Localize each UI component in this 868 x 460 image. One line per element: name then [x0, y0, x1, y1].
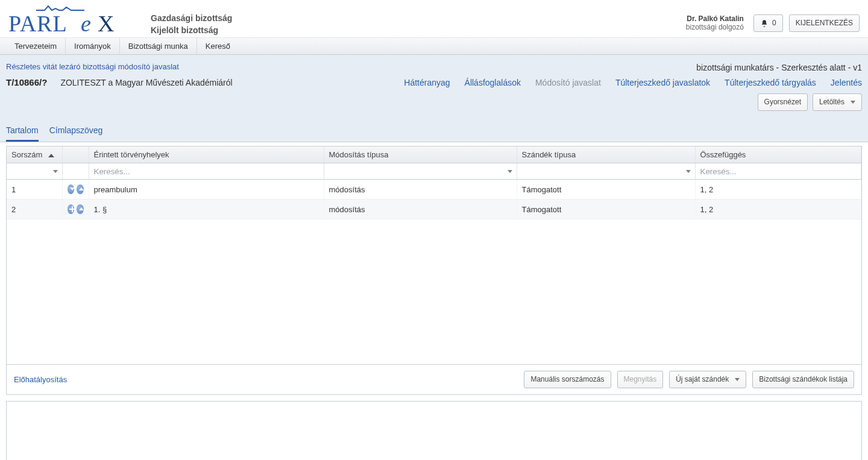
link-tulterjeszkedo-javaslatok[interactable]: Túlterjeszkedő javaslatok	[615, 78, 710, 87]
col-sorszam-label: Sorszám	[11, 150, 42, 159]
move-down-button[interactable]	[68, 184, 75, 194]
col-szandek[interactable]: Szándék típusa	[517, 147, 695, 163]
link-jelentes[interactable]: Jelentés	[831, 78, 862, 87]
cell-erintett: preambulum	[89, 180, 324, 200]
logo[interactable]: PARL e X	[8, 4, 151, 36]
osszefugges-filter-input[interactable]	[696, 163, 861, 179]
context-panel: Részletes vitát lezáró bizottsági módosí…	[0, 55, 868, 142]
table: Sorszám Érintett törvényhelyek Módosítás…	[6, 146, 862, 365]
main-nav: Tervezeteim Irományok Bizottsági munka K…	[0, 37, 868, 55]
col-modositas[interactable]: Módosítás típusa	[324, 147, 517, 163]
download-button[interactable]: Letöltés	[813, 93, 862, 111]
doc-id: T/10866/?	[6, 77, 47, 87]
nav-tervezeteim[interactable]: Tervezeteim	[6, 38, 65, 54]
bell-icon	[760, 19, 769, 28]
quickview-button[interactable]: Gyorsnézet	[758, 93, 808, 111]
nav-kereso[interactable]: Kereső	[197, 38, 239, 54]
open-button: Megnyitás	[617, 371, 664, 388]
tabs: Tartalom Címlapszöveg	[6, 117, 862, 142]
logout-button[interactable]: KIJELENTKEZÉS	[789, 14, 860, 32]
user-name: Dr. Palkó Katalin	[686, 14, 744, 23]
cell-szandek: Támogatott	[517, 180, 695, 200]
row-actions	[68, 204, 84, 214]
move-up-button[interactable]	[77, 204, 84, 214]
committee-sub: Kijelölt bizottság	[151, 24, 232, 36]
chevron-down-icon	[53, 170, 58, 173]
parlex-logo: PARL e X	[8, 4, 133, 36]
szandek-filter-dropdown[interactable]	[517, 163, 695, 179]
svg-text:X: X	[98, 11, 114, 36]
new-own-intention-label: Új saját szándék	[676, 374, 729, 385]
erintett-filter-input[interactable]	[89, 163, 324, 179]
user-role: bizottsági dolgozó	[686, 23, 744, 31]
nav-bizottsagi-munka[interactable]: Bizottsági munka	[119, 38, 197, 54]
app-header: PARL e X Gazdasági bizottság Kijelölt bi…	[0, 0, 868, 36]
nav-iromanyok[interactable]: Irományok	[65, 38, 119, 54]
doc-title: ZOLITESZT a Magyar Művészeti Akadémiáról	[60, 78, 232, 87]
tab-cimlapszoveg[interactable]: Címlapszöveg	[49, 125, 103, 142]
notif-count: 0	[772, 18, 776, 28]
notifications-button[interactable]: 0	[753, 14, 783, 32]
link-modosito-javaslat: Módosító javaslat	[535, 78, 601, 87]
col-osszefugges[interactable]: Összefüggés	[695, 147, 861, 163]
user-block: Dr. Palkó Katalin bizottsági dolgozó	[686, 14, 744, 31]
header-titles: Gazdasági bizottság Kijelölt bizottság	[151, 4, 232, 36]
committee-intentions-list-button[interactable]: Bizottsági szándékok listája	[752, 371, 854, 388]
cell-modositas: módosítás	[324, 180, 517, 200]
elohatalyositas-link[interactable]: Előhatályosítás	[14, 375, 67, 384]
sort-asc-icon	[48, 154, 54, 157]
cell-erintett: 1. §	[89, 200, 324, 219]
cell-osszefugges: 1, 2	[695, 200, 861, 219]
cell-modositas: módosítás	[324, 200, 517, 219]
move-up-button[interactable]	[77, 184, 84, 194]
svg-text:e: e	[81, 11, 91, 36]
chevron-down-icon	[851, 101, 855, 104]
table-row[interactable]: 2 1. § módosítás Támogatott 1, 2	[7, 200, 861, 219]
sorszam-filter-dropdown[interactable]	[7, 163, 62, 179]
breadcrumb[interactable]: Részletes vitát lezáró bizottsági módosí…	[6, 60, 179, 75]
link-allasfoglalasok[interactable]: Állásfoglalások	[465, 78, 521, 87]
row-actions	[68, 184, 84, 194]
table-header-row: Sorszám Érintett törvényhelyek Módosítás…	[7, 147, 861, 163]
tab-tartalom[interactable]: Tartalom	[6, 125, 39, 142]
download-label: Letöltés	[819, 97, 844, 107]
bottom-panel	[6, 401, 862, 460]
chevron-down-icon	[508, 170, 512, 173]
table-row[interactable]: 1 preambulum módosítás Támogatott 1, 2	[7, 180, 861, 200]
new-own-intention-button[interactable]: Új saját szándék	[669, 371, 746, 388]
link-tulterjeszkedo-targyalas[interactable]: Túlterjeszkedő tárgyalás	[725, 78, 816, 87]
sub-nav: Háttéranyag Állásfoglalások Módosító jav…	[404, 78, 862, 87]
filter-icons-blank	[62, 163, 89, 180]
cell-szandek: Támogatott	[517, 200, 695, 219]
chevron-down-icon	[735, 378, 740, 381]
add-button[interactable]	[68, 204, 75, 214]
status-text: bizottsági munkatárs - Szerkesztés alatt…	[696, 63, 862, 72]
cell-sorszam: 2	[7, 200, 62, 219]
link-hatteranyag[interactable]: Háttéranyag	[404, 78, 450, 87]
committee-name: Gazdasági bizottság	[151, 12, 232, 24]
cell-sorszam: 1	[7, 180, 62, 200]
col-icons	[62, 147, 89, 163]
col-sorszam[interactable]: Sorszám	[7, 147, 62, 163]
table-empty-area	[7, 219, 861, 364]
col-erintett[interactable]: Érintett törvényhelyek	[89, 147, 324, 163]
chevron-down-icon	[686, 170, 691, 173]
manual-numbering-button[interactable]: Manuális sorszámozás	[524, 371, 611, 388]
svg-text:PARL: PARL	[8, 11, 68, 36]
modositas-filter-dropdown[interactable]	[324, 163, 517, 179]
table-filter-row	[7, 163, 861, 180]
action-bar: Előhatályosítás Manuális sorszámozás Meg…	[6, 365, 862, 395]
cell-osszefugges: 1, 2	[695, 180, 861, 200]
